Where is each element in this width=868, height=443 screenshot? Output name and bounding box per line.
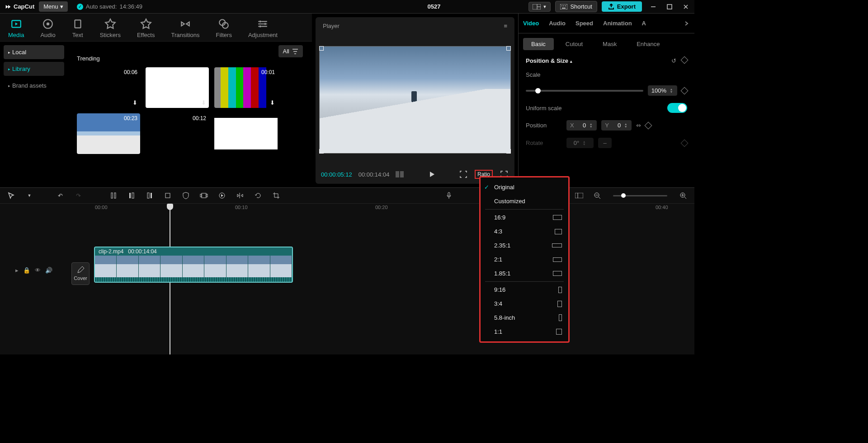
inspector-subtabs: BasicCutoutMaskEnhance (519, 33, 694, 55)
ratio-option-5-8-inch[interactable]: 5.8-inch (481, 311, 568, 325)
zoom-slider[interactable] (613, 195, 667, 196)
media-tab-transitions[interactable]: Transitions (163, 14, 208, 41)
scan-icon[interactable] (458, 169, 468, 179)
media-thumbnail[interactable]: 00:12 (146, 113, 209, 154)
subtab-enhance[interactable]: Enhance (628, 38, 668, 50)
ratio-option-original[interactable]: ✓ Original (481, 180, 568, 194)
timeline-ruler[interactable]: 00:00 00:10 00:20 00:40 (68, 204, 694, 214)
speaker-icon[interactable]: 🔊 (45, 267, 52, 274)
undo-button[interactable]: ↶ (55, 191, 65, 201)
ratio-option-2-35-1[interactable]: 2.35:1 (481, 238, 568, 252)
ratio-option-9-16[interactable]: 9:16 (481, 283, 568, 297)
sidebar-item-local[interactable]: ▸Local (4, 45, 64, 59)
media-tab-text[interactable]: Text (64, 14, 92, 41)
cursor-tool[interactable] (6, 191, 16, 201)
media-thumbnail[interactable]: 00:01⬇ (214, 67, 278, 108)
media-thumbnail[interactable]: 00:23⬇ (77, 113, 140, 154)
play-button[interactable] (427, 169, 437, 179)
rotate-icon[interactable] (253, 191, 263, 201)
media-thumbnail[interactable] (214, 113, 278, 154)
download-icon[interactable]: ⬇ (201, 99, 206, 106)
media-thumbnail[interactable]: 00:06⬇ (77, 67, 140, 108)
trim-left-tool[interactable] (127, 191, 137, 201)
media-tab-audio[interactable]: Audio (32, 14, 63, 41)
keyframe-icon[interactable] (645, 121, 652, 129)
inspector-tab-animation[interactable]: Animation (603, 20, 632, 27)
media-tab-stickers[interactable]: Stickers (92, 14, 129, 41)
ratio-option-1-85-1[interactable]: 1.85:1 (481, 266, 568, 280)
resize-handle-bl[interactable] (319, 149, 324, 154)
subtab-mask[interactable]: Mask (594, 38, 625, 50)
resize-handle-tr[interactable] (506, 46, 511, 51)
split-tool[interactable] (108, 191, 118, 201)
download-icon[interactable]: ⬇ (270, 99, 275, 106)
trim-right-tool[interactable] (145, 191, 155, 201)
layout-button[interactable]: ▼ (528, 2, 551, 12)
sidebar-item-library[interactable]: ▸Library (4, 62, 64, 76)
video-clip[interactable]: clip-2.mp4 00:00:14:04 (94, 247, 293, 283)
rotate-input[interactable]: 0°▲▼ (566, 138, 594, 148)
position-x-input[interactable]: X 0▲▼ (566, 120, 597, 131)
media-tab-effects[interactable]: Effects (129, 14, 163, 41)
keyframe-icon[interactable] (681, 139, 689, 147)
keyframe-icon[interactable] (681, 87, 689, 94)
sidebar-item-brand-assets[interactable]: ▸Brand assets (4, 79, 64, 93)
download-icon[interactable]: ⬇ (132, 99, 137, 106)
inspector-tab-video[interactable]: Video (523, 20, 539, 27)
zoom-in-button[interactable] (678, 191, 688, 201)
reset-icon[interactable]: ↺ (671, 57, 676, 64)
resize-handle-br[interactable] (506, 149, 511, 154)
lock-icon[interactable]: 🔒 (23, 267, 30, 274)
frames-icon[interactable] (199, 191, 209, 201)
player-menu-icon[interactable]: ≡ (504, 23, 507, 29)
inspector-tab-audio[interactable]: Audio (549, 20, 566, 27)
track-toggle-icon[interactable] (574, 191, 584, 201)
export-button[interactable]: Export (602, 1, 642, 12)
media-thumbnail[interactable]: ⬇ (146, 67, 209, 108)
menu-button[interactable]: Menu ▾ (39, 1, 68, 12)
reverse-icon[interactable] (217, 191, 227, 201)
video-frame[interactable] (319, 46, 511, 154)
position-y-input[interactable]: Y 0▲▼ (601, 120, 632, 131)
expand-icon[interactable]: ▸ (15, 267, 19, 274)
rotate-dial[interactable]: – (598, 138, 612, 148)
crop2-icon[interactable] (271, 191, 281, 201)
eye-icon[interactable]: 👁 (35, 267, 41, 274)
scale-value[interactable]: 100%▲▼ (648, 85, 677, 96)
ratio-option-1-1[interactable]: 1:1 (481, 325, 568, 339)
crop-tool[interactable] (163, 191, 173, 201)
mirror-icon[interactable] (235, 191, 245, 201)
chevron-down-icon[interactable]: ▼ (24, 191, 34, 201)
ratio-option-customized[interactable]: Customized (481, 194, 568, 208)
more-tabs-icon[interactable] (684, 20, 690, 27)
ratio-option-3-4[interactable]: 3:4 (481, 297, 568, 311)
inspector-tab-speed[interactable]: Speed (576, 20, 593, 27)
media-tab-adjustment[interactable]: Adjustment (240, 14, 286, 41)
close-button[interactable] (682, 3, 690, 11)
link-icon[interactable]: ⇔ (636, 122, 641, 129)
minimize-button[interactable] (649, 3, 657, 11)
ratio-option-4-3[interactable]: 4:3 (481, 224, 568, 238)
maximize-button[interactable] (665, 3, 674, 11)
filter-button[interactable]: All (278, 45, 303, 57)
uniform-scale-toggle[interactable] (667, 103, 687, 113)
subtab-basic[interactable]: Basic (523, 38, 554, 50)
download-icon[interactable]: ⬇ (132, 145, 137, 152)
scale-slider[interactable] (526, 90, 643, 92)
subtab-cutout[interactable]: Cutout (557, 38, 591, 50)
compare-icon[interactable] (396, 171, 405, 177)
keyframe-icon[interactable] (681, 56, 689, 64)
mic-icon[interactable] (444, 191, 454, 201)
media-tab-filters[interactable]: Filters (208, 14, 240, 41)
player-viewport[interactable] (319, 35, 511, 165)
resize-handle-tl[interactable] (319, 46, 324, 51)
shield-icon[interactable] (181, 191, 191, 201)
shortcut-button[interactable]: Shortcut (555, 1, 597, 12)
redo-button[interactable]: ↷ (73, 191, 83, 201)
zoom-out-button[interactable] (592, 191, 602, 201)
inspector-tab-a[interactable]: A (642, 20, 646, 27)
ratio-option-16-9[interactable]: 16:9 (481, 210, 568, 224)
ratio-option-2-1[interactable]: 2:1 (481, 252, 568, 266)
filter-icon (292, 49, 298, 54)
media-tab-media[interactable]: Media (0, 14, 32, 41)
